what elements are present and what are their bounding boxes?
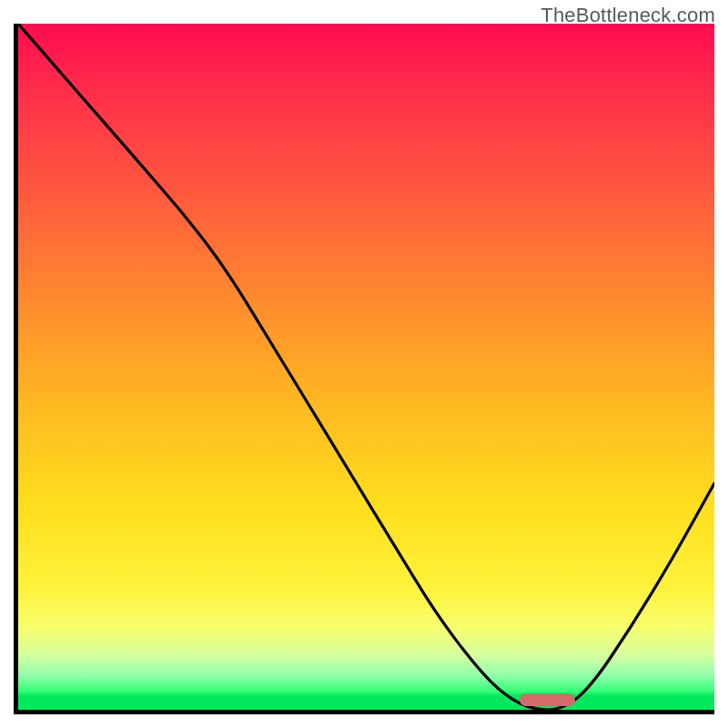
- bottleneck-curve: [18, 24, 714, 710]
- bottleneck-chart: TheBottleneck.com: [0, 0, 728, 728]
- plot-area: [14, 24, 714, 714]
- optimum-range-marker: [520, 693, 575, 706]
